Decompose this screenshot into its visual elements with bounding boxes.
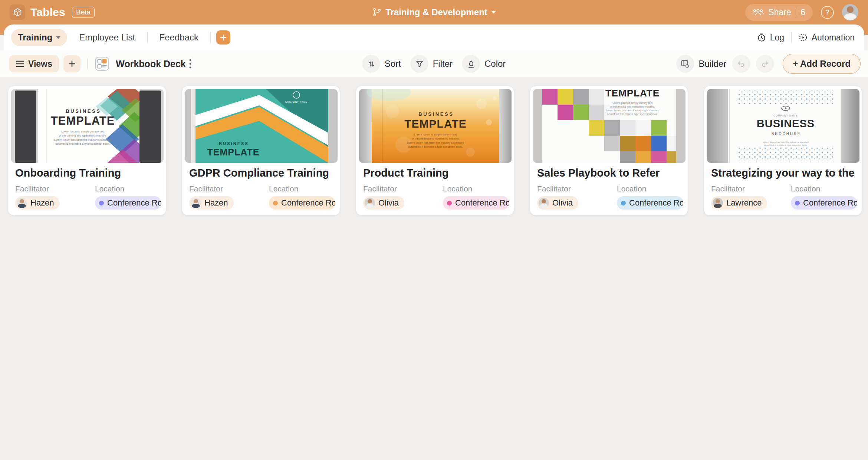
tabs-strip: Training Employee List Feedback Log bbox=[0, 24, 868, 50]
facilitator-avatar bbox=[191, 198, 201, 208]
svg-text:Lorem Ipsum has been the indus: Lorem Ipsum has been the industry's stan… bbox=[54, 138, 111, 141]
card-body: Onboarding Training Facilitator Hazen Lo… bbox=[11, 163, 163, 215]
add-table-button[interactable] bbox=[216, 30, 230, 45]
record-card[interactable]: COMPANY NAME B U S I N E S S TEMPLATE GD… bbox=[182, 86, 340, 216]
builder-icon bbox=[676, 55, 694, 73]
tab-training[interactable]: Training bbox=[11, 29, 67, 46]
facilitator-avatar bbox=[365, 198, 375, 208]
plus-icon bbox=[220, 34, 227, 41]
field-label: Facilitator bbox=[363, 184, 443, 193]
field-label: Location bbox=[617, 184, 683, 193]
log-button[interactable]: Log bbox=[757, 33, 784, 43]
field-label: Location bbox=[95, 184, 161, 193]
record-card[interactable]: COMPANY NAME BUSINESS B R O C H U R E Lo… bbox=[704, 86, 862, 216]
help-icon[interactable]: ? bbox=[821, 6, 834, 19]
filter-button[interactable]: Filter bbox=[411, 55, 453, 73]
add-view-button[interactable] bbox=[63, 55, 80, 72]
record-card[interactable]: B U S I N E S S TEMPLATE Lorem Ipsum is … bbox=[356, 86, 514, 216]
kebab-icon bbox=[189, 59, 192, 69]
add-record-button[interactable]: + Add Record bbox=[783, 54, 861, 74]
tab-employee-list[interactable]: Employee List bbox=[72, 29, 142, 46]
field-label: Facilitator bbox=[711, 184, 791, 193]
workspace-switcher[interactable]: Training & Development bbox=[372, 0, 496, 24]
svg-text:Lorem Ipsum is simply dummy te: Lorem Ipsum is simply dummy text bbox=[612, 102, 652, 105]
chevron-down-icon bbox=[56, 36, 60, 39]
card-body: GDPR Compliance Training Facilitator Haz… bbox=[185, 163, 337, 215]
facilitator-name: Lawrence bbox=[726, 198, 762, 208]
deck-view-icon bbox=[94, 56, 110, 72]
svg-text:COMPANY NAME: COMPANY NAME bbox=[774, 114, 798, 117]
location-text: Conference Ro bbox=[629, 198, 683, 208]
svg-text:Lorem Ipsum has been the indus: Lorem Ipsum has been the industry's stan… bbox=[606, 109, 659, 112]
undo-button[interactable] bbox=[732, 55, 750, 73]
card-body: Strategizing your way to the … Facilitat… bbox=[707, 163, 859, 215]
filter-icon bbox=[411, 55, 428, 73]
views-list-icon bbox=[16, 60, 24, 68]
builder-button[interactable]: Builder bbox=[676, 55, 726, 73]
svg-text:scrambled it to make a type sp: scrambled it to make a type specimen boo… bbox=[607, 113, 658, 116]
tag-dot bbox=[621, 201, 626, 206]
location-tag: Conference Ro bbox=[617, 196, 683, 210]
branch-icon bbox=[372, 7, 382, 17]
tag-dot bbox=[795, 201, 800, 206]
sort-button[interactable]: Sort bbox=[362, 55, 401, 73]
redo-button[interactable] bbox=[756, 55, 774, 73]
svg-text:TEMPLATE: TEMPLATE bbox=[404, 118, 466, 130]
facilitator-chip: Hazen bbox=[189, 196, 234, 210]
toolbar-separator bbox=[87, 58, 88, 69]
facilitator-chip: Lawrence bbox=[711, 196, 767, 210]
facilitator-chip: Hazen bbox=[15, 196, 60, 210]
chevron-down-icon bbox=[491, 11, 496, 14]
record-card[interactable]: TEMPLATE Lorem Ipsum is simply dummy tex… bbox=[530, 86, 688, 216]
view-name: Workbook Deck bbox=[116, 59, 185, 69]
card-gallery: B U S I N E S S TEMPLATE Lorem Ipsum is … bbox=[0, 77, 868, 460]
tab-feedback[interactable]: Feedback bbox=[153, 29, 205, 46]
tag-dot bbox=[273, 201, 278, 206]
field-label: Location bbox=[791, 184, 857, 193]
location-tag: Conference Ro bbox=[791, 196, 857, 210]
svg-text:TEMPLATE: TEMPLATE bbox=[51, 114, 115, 127]
svg-text:TEMPLATE: TEMPLATE bbox=[207, 147, 260, 157]
field-label: Facilitator bbox=[537, 184, 617, 193]
card-cover-image: B U S I N E S S TEMPLATE Lorem Ipsum is … bbox=[359, 89, 512, 163]
view-toolbar: Views Workbook Deck Sort bbox=[0, 50, 868, 77]
svg-text:scrambled it to make a type sp: scrambled it to make a type specimen boo… bbox=[764, 144, 807, 146]
svg-text:B R O C H U R E: B R O C H U R E bbox=[772, 132, 800, 136]
facilitator-avatar bbox=[713, 198, 723, 208]
tag-dot bbox=[99, 201, 104, 206]
svg-text:Lorem Ipsum has been the indus: Lorem Ipsum has been the industry's stan… bbox=[763, 141, 808, 143]
color-button[interactable]: Color bbox=[462, 55, 506, 73]
card-body: Product Training Facilitator Olivia Loca… bbox=[359, 163, 511, 215]
location-text: Conference Ro bbox=[281, 198, 335, 208]
share-label: Share bbox=[768, 7, 791, 17]
toolbar-right: Builder + Add Record bbox=[676, 54, 861, 74]
color-icon bbox=[462, 55, 480, 73]
table-tabs: Training Employee List Feedback bbox=[11, 29, 230, 46]
card-title: GDPR Compliance Training bbox=[189, 167, 335, 180]
views-button[interactable]: Views bbox=[9, 55, 59, 72]
beta-badge: Beta bbox=[72, 7, 95, 18]
view-menu-button[interactable] bbox=[186, 56, 195, 71]
sort-icon bbox=[362, 55, 380, 73]
location-text: Conference Ro bbox=[107, 198, 161, 208]
card-title: Product Training bbox=[363, 167, 509, 180]
card-cover-image: TEMPLATE Lorem Ipsum is simply dummy tex… bbox=[533, 89, 685, 163]
automation-button[interactable]: Automation bbox=[798, 33, 855, 43]
share-button[interactable]: Share 6 bbox=[745, 4, 813, 21]
card-cover-image: B U S I N E S S TEMPLATE Lorem Ipsum is … bbox=[11, 89, 164, 163]
svg-text:of the printing and typesettin: of the printing and typesetting industry… bbox=[412, 137, 459, 140]
tables-logo-icon[interactable] bbox=[10, 4, 25, 20]
clock-icon bbox=[757, 33, 766, 42]
location-tag: Conference Ro bbox=[269, 196, 335, 210]
card-cover-image: COMPANY NAME B U S I N E S S TEMPLATE bbox=[185, 89, 338, 163]
app-header: Tables Beta Training & Development Share… bbox=[0, 0, 868, 24]
toolbar-center: Sort Filter Color bbox=[362, 55, 506, 73]
svg-text:COMPANY NAME: COMPANY NAME bbox=[285, 101, 308, 103]
card-title: Sales Playbook to Refer bbox=[537, 167, 683, 180]
facilitator-chip: Olivia bbox=[537, 196, 578, 210]
user-avatar[interactable] bbox=[842, 4, 858, 20]
svg-text:Lorem Ipsum has been the indus: Lorem Ipsum has been the industry's stan… bbox=[407, 141, 464, 144]
plus-icon bbox=[68, 60, 76, 68]
current-view[interactable]: Workbook Deck bbox=[94, 56, 185, 72]
record-card[interactable]: B U S I N E S S TEMPLATE Lorem Ipsum is … bbox=[8, 86, 166, 216]
